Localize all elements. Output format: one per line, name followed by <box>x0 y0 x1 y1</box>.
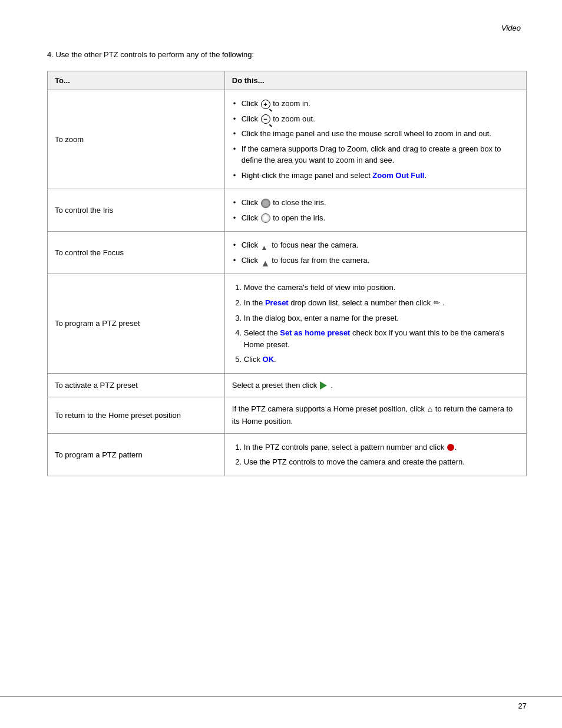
row-content-zoom: Click to zoom in. Click to zoom out. Cli… <box>224 90 526 189</box>
ok-link[interactable]: OK <box>263 355 275 364</box>
list-item: Click OK. <box>244 352 519 367</box>
list-item: If the camera supports Drag to Zoom, cli… <box>232 141 519 168</box>
preset-link[interactable]: Preset <box>265 298 289 307</box>
row-content-iris: Click to close the iris. Click to open t… <box>224 189 526 232</box>
list-item: In the dialog box, enter a name for the … <box>244 311 519 326</box>
row-content-focus: Click to focus near the camera. Click to… <box>224 232 526 274</box>
zoom-in-text: Click <box>242 99 260 108</box>
pencil-icon: ✏ <box>434 297 440 309</box>
page-header: Video <box>47 24 527 32</box>
table-row: To control the Focus Click to focus near… <box>48 232 527 274</box>
list-item: In the Preset drop down list, select a n… <box>244 295 519 311</box>
col2-header: Do this... <box>224 71 526 90</box>
play-green-icon <box>320 381 328 390</box>
ptz-controls-table: To... Do this... To zoom Click to zoom i… <box>47 71 527 476</box>
row-content-program-pattern: In the PTZ controls pane, select a patte… <box>224 433 526 476</box>
zoom-in-icon <box>261 100 270 109</box>
row-label-iris: To control the Iris <box>48 189 225 232</box>
table-row: To control the Iris Click to close the i… <box>48 189 527 232</box>
row-label-program-preset: To program a PTZ preset <box>48 274 225 374</box>
set-home-preset-link[interactable]: Set as home preset <box>280 328 350 337</box>
list-item: Click to close the iris. <box>232 195 519 210</box>
list-item: Use the PTZ controls to move the camera … <box>244 454 519 470</box>
iris-close-icon <box>261 199 270 208</box>
list-item: Click to zoom out. <box>232 111 519 127</box>
list-item: Move the camera's field of view into pos… <box>244 280 519 295</box>
list-item: Click to focus near the camera. <box>232 238 519 253</box>
zoom-out-text: Click <box>242 114 260 123</box>
table-row: To program a PTZ pattern In the PTZ cont… <box>48 433 527 476</box>
row-label-zoom: To zoom <box>48 90 225 189</box>
row-label-activate-preset: To activate a PTZ preset <box>48 373 225 397</box>
page-container: Video 4. Use the other PTZ controls to p… <box>0 0 562 512</box>
red-dot-icon <box>447 444 454 451</box>
list-item: In the PTZ controls pane, select a patte… <box>244 440 519 455</box>
table-row: To return to the Home preset position If… <box>48 397 527 434</box>
row-label-home-preset: To return to the Home preset position <box>48 397 225 434</box>
row-content-activate-preset: Select a preset then click . <box>224 373 526 397</box>
iris-open-icon <box>261 213 270 223</box>
list-item: Select the Set as home preset check box … <box>244 325 519 352</box>
chapter-title: Video <box>501 24 521 32</box>
row-content-home-preset: If the PTZ camera supports a Home preset… <box>224 397 526 434</box>
table-row: To activate a PTZ preset Select a preset… <box>48 373 527 397</box>
intro-text: 4. Use the other PTZ controls to perform… <box>47 50 527 59</box>
zoom-out-full-link[interactable]: Zoom Out Full <box>372 171 424 180</box>
list-item: Click the image panel and use the mouse … <box>232 126 519 141</box>
list-item: Click to zoom in. <box>232 96 519 111</box>
zoom-in-label: to zoom in. <box>273 99 310 108</box>
focus-near-icon <box>261 242 269 250</box>
home-icon: ⌂ <box>428 403 432 416</box>
row-label-program-pattern: To program a PTZ pattern <box>48 433 225 476</box>
list-item: Right-click the image panel and select Z… <box>232 168 519 183</box>
focus-far-icon <box>261 256 269 265</box>
table-row: To program a PTZ preset Move the camera'… <box>48 274 527 374</box>
zoom-out-label: to zoom out. <box>273 114 315 123</box>
list-item: Click to open the iris. <box>232 210 519 226</box>
list-item: Click to focus far from the camera. <box>232 253 519 268</box>
table-row: To zoom Click to zoom in. Click to zoom … <box>48 90 527 189</box>
row-label-focus: To control the Focus <box>48 232 225 274</box>
page-footer: 27 <box>0 696 562 710</box>
row-content-program-preset: Move the camera's field of view into pos… <box>224 274 526 374</box>
col1-header: To... <box>48 71 225 90</box>
page-number: 27 <box>518 701 527 710</box>
zoom-out-icon <box>261 114 270 124</box>
